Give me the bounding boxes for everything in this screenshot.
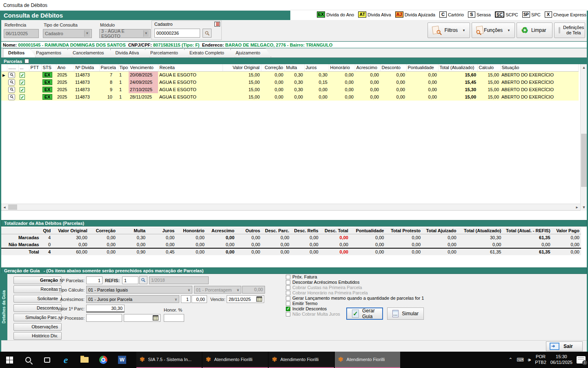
col-vencimento[interactable]: Vencimento xyxy=(129,64,158,71)
honor-input[interactable] xyxy=(164,314,184,322)
tab-extrato-completo[interactable]: Extrato Completo xyxy=(184,48,235,57)
sidebar-item-receitas[interactable]: Receitas xyxy=(13,285,62,293)
calculator-icon[interactable] xyxy=(153,315,158,321)
check-cobrar-custas[interactable]: Cobrar Custas na Primeira Parcela xyxy=(286,285,457,290)
row-search-icon[interactable] xyxy=(8,87,15,93)
referencia-field[interactable] xyxy=(4,29,39,38)
cadastro-input[interactable] xyxy=(154,29,200,38)
calendar-icon[interactable] xyxy=(256,296,262,302)
acrescimos-qtd-input[interactable] xyxy=(181,295,191,303)
col-calculo[interactable]: Calculo xyxy=(477,64,500,71)
scroll-up-arrow[interactable]: ▲ xyxy=(581,64,587,71)
n-processo-input[interactable] xyxy=(86,314,122,322)
word-button[interactable]: W xyxy=(113,352,131,368)
language-indicator[interactable]: PORPTB2 xyxy=(535,354,546,366)
sidebar-item-historico-div[interactable]: Histórico Div. xyxy=(13,332,62,340)
filtros-button[interactable]: Filtros▼ xyxy=(428,22,470,38)
internet-explorer-button[interactable]: e xyxy=(56,352,75,368)
col-total-atualizado[interactable]: Total (Atualizado) xyxy=(438,64,477,71)
row-checkbox[interactable]: ✓ xyxy=(20,80,25,85)
n-parcelas-input[interactable] xyxy=(86,276,102,284)
refis-input[interactable] xyxy=(122,276,138,284)
modulo-select[interactable]: 3 - ÁGUA E ESGOTO▼ xyxy=(99,29,151,38)
row-search-icon[interactable] xyxy=(8,72,15,78)
col-pontualidade[interactable]: Pontualidade xyxy=(406,64,438,71)
taskbar-app-sia[interactable]: ✾SIA 7.5 - Sistema In... xyxy=(136,352,202,368)
processo-aux-field[interactable] xyxy=(124,314,160,322)
col-ptt[interactable]: PTT xyxy=(29,64,41,71)
col-indicator[interactable] xyxy=(1,64,7,71)
porcentagem-select[interactable]: 01 - Porcentagem∨ xyxy=(194,286,241,294)
col-correcao[interactable]: Correção xyxy=(261,64,285,71)
horizontal-scrollbar[interactable]: ◂ ▸ xyxy=(1,204,580,210)
task-view-button[interactable] xyxy=(38,352,56,368)
taskbar-app-atendimento-1[interactable]: ✾Atendimento Fiorilli xyxy=(203,352,268,368)
tab-divida-ativa[interactable]: Divida Ativa xyxy=(110,48,150,57)
volume-icon[interactable]: 🕪 xyxy=(528,357,531,363)
tab-pagamentos[interactable]: Pagamentos xyxy=(31,48,72,57)
row-search-icon[interactable] xyxy=(8,94,15,100)
limpar-button[interactable]: ♻ Limpar xyxy=(517,22,552,38)
table-row[interactable]: ✓ EX 2025114873 9 1 27/10/2025 AGUA E ES… xyxy=(1,86,579,93)
table-row[interactable]: ▶ ✓ EX 2025114873 7 1 20/08/2025 AGUA E … xyxy=(1,71,579,79)
check-prox-fatura[interactable]: Próx. Fatura xyxy=(286,274,457,279)
scroll-down-arrow[interactable]: ▼ xyxy=(581,204,587,211)
row-checkbox[interactable]: ✓ xyxy=(20,87,25,92)
col-receita[interactable]: Receita xyxy=(158,64,223,71)
funcoes-button[interactable]: Funções▼ xyxy=(472,22,515,38)
col-desconto[interactable]: Desconto xyxy=(380,64,406,71)
network-icon[interactable]: ⌨ xyxy=(517,357,523,363)
refis-search-button[interactable] xyxy=(139,276,147,284)
sidebar-item-solicitante[interactable]: Solicitante xyxy=(13,295,62,303)
tipo-consulta-select[interactable]: Cadastro▼ xyxy=(43,29,92,38)
file-explorer-button[interactable] xyxy=(75,352,94,368)
sair-button[interactable]: Sair xyxy=(546,341,583,351)
sidebar-item-geracao[interactable]: Geração xyxy=(13,276,62,284)
col-situacao[interactable]: Situação xyxy=(500,64,579,71)
col-acrescimo[interactable]: Acrescimo xyxy=(355,64,380,71)
simular-button[interactable]: ▪▪▪ Simular xyxy=(387,307,424,320)
hidden-icons-chevron[interactable]: ⌃ xyxy=(508,357,512,363)
tab-debitos[interactable]: Débitos xyxy=(3,48,36,57)
tab-cancelamentos[interactable]: Cancelamentos xyxy=(67,48,115,57)
check-gerar-lancamento[interactable]: Gerar Lançamento mesmo quando a quantida… xyxy=(286,296,457,301)
col-divida[interactable]: Nº Divida xyxy=(74,64,99,71)
row-search-icon[interactable] xyxy=(8,79,15,85)
scroll-right-arrow[interactable]: ▸ xyxy=(574,204,580,210)
col-dots2[interactable]: ... xyxy=(18,64,29,71)
vertical-scrollbar[interactable]: ▲ ▼ xyxy=(580,64,587,211)
acrescimos-valor-input[interactable] xyxy=(192,295,207,303)
sidebar-item-simulacao-parc[interactable]: Simulação Parc. xyxy=(13,314,62,321)
row-checkbox[interactable]: ✓ xyxy=(20,94,25,100)
col-valor-original[interactable]: Valor Original xyxy=(223,64,261,71)
tipo-calculo-select[interactable]: 01 - Parcelas Iguais∨ xyxy=(86,286,192,294)
check-emitir-termo[interactable]: Emitir Termo xyxy=(286,301,457,306)
valor1-input[interactable] xyxy=(86,305,125,312)
col-ano[interactable]: Ano xyxy=(56,64,74,71)
start-button[interactable] xyxy=(0,352,19,368)
col-parcela[interactable]: Parcela xyxy=(99,64,118,71)
tab-parcelamento[interactable]: Parcelamento xyxy=(145,48,189,57)
table-row[interactable]: ✓ EX 2025114873 10 1 28/11/2025 AGUA E E… xyxy=(1,93,579,101)
sidebar-item-descontos[interactable]: Descontos xyxy=(13,304,62,312)
acrescimos-select[interactable]: 01 - Juros por Parcela∨ xyxy=(86,295,179,303)
scrollbar-thumb[interactable] xyxy=(8,204,17,210)
col-multa[interactable]: Multa xyxy=(285,64,304,71)
vencto-field[interactable]: 28/11/2025 xyxy=(227,295,264,303)
notification-center-icon[interactable]: 1 xyxy=(577,356,586,364)
col-dots1[interactable]: ...... xyxy=(7,64,18,71)
clock[interactable]: 15:3006/11/2025 xyxy=(550,354,572,366)
table-row[interactable]: ✓ EX 2025114873 8 1 24/09/2025 AGUA E ES… xyxy=(1,79,579,86)
col-sts[interactable]: STS xyxy=(41,64,56,71)
col-tipo[interactable]: Tipo xyxy=(118,64,129,71)
col-juros[interactable]: Juros xyxy=(304,64,329,71)
tab-ajuizamento[interactable]: Ajuizamento xyxy=(230,48,272,57)
parcelas-checkbox[interactable] xyxy=(24,59,29,63)
definicoes-tela-button[interactable]: Definiçõesde Tela xyxy=(554,22,585,38)
check-descontar-acrescimos[interactable]: Descontar Acréscimos Embutidos xyxy=(286,280,457,285)
chrome-button[interactable] xyxy=(94,352,113,368)
col-honorario[interactable]: Honorário xyxy=(329,64,355,71)
check-cobrar-honorario[interactable]: Cobrar Honorário na Primeira Parcela xyxy=(286,290,457,295)
taskbar-search-button[interactable] xyxy=(19,352,38,368)
row-checkbox[interactable]: ✓ xyxy=(20,72,25,78)
